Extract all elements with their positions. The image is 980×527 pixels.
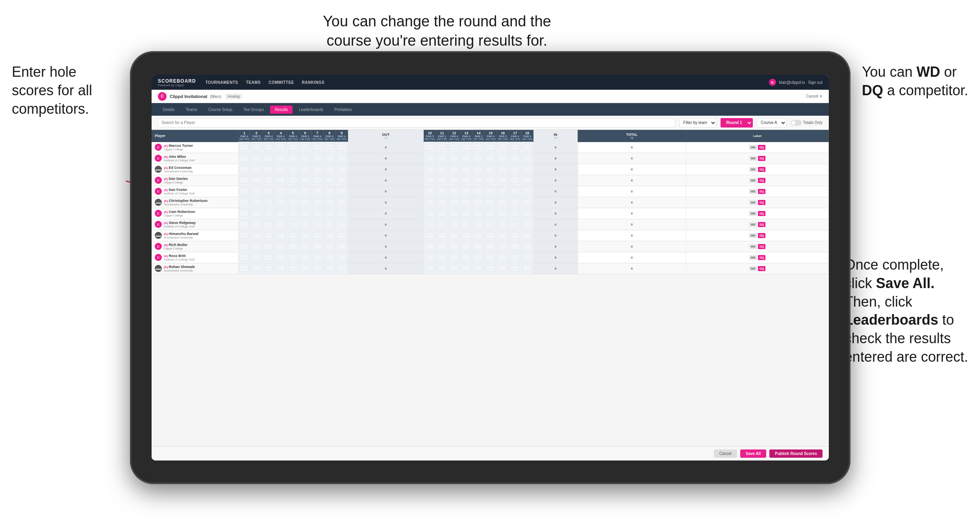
hole-4-input[interactable] [276, 243, 285, 250]
team-filter-select[interactable]: Filter by team [679, 118, 717, 128]
hole-9-score[interactable] [335, 175, 348, 186]
hole-3-score[interactable] [263, 208, 275, 219]
hole-8-input[interactable] [325, 188, 334, 195]
hole-5-score[interactable] [287, 197, 299, 208]
hole-7-score[interactable] [311, 252, 323, 263]
hole-7-score[interactable] [311, 164, 323, 175]
hole-15-score[interactable] [485, 252, 497, 263]
hole-15-input[interactable] [486, 166, 495, 173]
hole-18-score[interactable] [521, 175, 534, 186]
hole-16-input[interactable] [498, 188, 508, 195]
hole-6-input[interactable] [300, 166, 310, 173]
hole-16-score[interactable] [497, 142, 509, 153]
hole-17-input[interactable] [510, 210, 520, 217]
hole-14-input[interactable] [474, 177, 483, 184]
hole-11-score[interactable] [436, 219, 448, 230]
hole-4-score[interactable] [275, 219, 287, 230]
hole-9-input[interactable] [337, 221, 346, 228]
hole-4-score[interactable] [275, 142, 287, 153]
hole-4-score[interactable] [275, 175, 287, 186]
hole-8-score[interactable] [323, 230, 335, 241]
hole-14-score[interactable] [472, 263, 485, 274]
tab-teams[interactable]: Teams [181, 105, 202, 114]
hole-15-input[interactable] [486, 177, 495, 184]
hole-12-input[interactable] [450, 265, 459, 272]
hole-3-score[interactable] [263, 186, 275, 197]
hole-11-input[interactable] [437, 210, 447, 217]
hole-5-input[interactable] [288, 254, 298, 261]
hole-10-input[interactable] [425, 166, 435, 173]
hole-16-input[interactable] [498, 210, 508, 217]
hole-12-score[interactable] [448, 230, 460, 241]
hole-8-score[interactable] [323, 252, 335, 263]
hole-5-score[interactable] [287, 164, 299, 175]
hole-13-score[interactable] [460, 241, 472, 252]
hole-16-input[interactable] [498, 166, 508, 173]
hole-13-input[interactable] [462, 155, 471, 162]
hole-3-input[interactable] [264, 243, 273, 250]
hole-14-input[interactable] [474, 199, 483, 206]
hole-7-input[interactable] [313, 210, 322, 217]
hole-15-score[interactable] [485, 153, 497, 164]
hole-17-input[interactable] [510, 155, 520, 162]
hole-2-input[interactable] [252, 243, 261, 250]
hole-13-score[interactable] [460, 263, 472, 274]
hole-4-score[interactable] [275, 164, 287, 175]
hole-2-score[interactable] [250, 197, 263, 208]
hole-13-input[interactable] [462, 166, 471, 173]
hole-1-input[interactable] [239, 155, 249, 162]
hole-12-input[interactable] [450, 254, 459, 261]
hole-6-input[interactable] [300, 177, 310, 184]
hole-16-score[interactable] [497, 241, 509, 252]
hole-14-score[interactable] [472, 230, 485, 241]
hole-1-score[interactable] [238, 164, 250, 175]
hole-6-score[interactable] [299, 164, 311, 175]
hole-16-input[interactable] [498, 177, 508, 184]
hole-18-score[interactable] [521, 186, 534, 197]
hole-2-score[interactable] [250, 208, 263, 219]
hole-5-score[interactable] [287, 241, 299, 252]
hole-15-score[interactable] [485, 197, 497, 208]
hole-10-score[interactable] [424, 186, 436, 197]
hole-7-score[interactable] [311, 175, 323, 186]
hole-17-score[interactable] [509, 153, 521, 164]
hole-13-score[interactable] [460, 252, 472, 263]
hole-13-score[interactable] [460, 230, 472, 241]
hole-10-input[interactable] [425, 177, 435, 184]
hole-18-input[interactable] [522, 144, 532, 151]
hole-1-input[interactable] [239, 177, 249, 184]
hole-4-input[interactable] [276, 221, 285, 228]
hole-11-score[interactable] [436, 252, 448, 263]
hole-17-input[interactable] [510, 243, 520, 250]
hole-6-score[interactable] [299, 197, 311, 208]
hole-8-score[interactable] [323, 208, 335, 219]
hole-7-input[interactable] [313, 199, 322, 206]
hole-2-input[interactable] [252, 166, 261, 173]
hole-1-score[interactable] [238, 219, 250, 230]
hole-17-score[interactable] [509, 219, 521, 230]
hole-14-score[interactable] [472, 175, 485, 186]
wd-button[interactable]: WD [749, 255, 757, 260]
hole-8-score[interactable] [323, 175, 335, 186]
hole-17-input[interactable] [510, 144, 520, 151]
wd-button[interactable]: WD [749, 167, 757, 172]
hole-14-score[interactable] [472, 142, 485, 153]
hole-10-score[interactable] [424, 241, 436, 252]
hole-9-score[interactable] [335, 263, 348, 274]
hole-6-score[interactable] [299, 186, 311, 197]
hole-9-score[interactable] [335, 252, 348, 263]
hole-8-input[interactable] [325, 243, 334, 250]
hole-2-input[interactable] [252, 199, 261, 206]
hole-9-input[interactable] [337, 232, 346, 239]
hole-9-score[interactable] [335, 142, 348, 153]
hole-4-input[interactable] [276, 199, 285, 206]
hole-12-score[interactable] [448, 241, 460, 252]
dq-button[interactable]: DQ [758, 255, 765, 260]
hole-1-input[interactable] [239, 188, 249, 195]
dq-button[interactable]: DQ [758, 200, 765, 205]
hole-6-input[interactable] [300, 265, 310, 272]
hole-14-input[interactable] [474, 254, 483, 261]
tab-leaderboards[interactable]: Leaderboards [294, 105, 328, 114]
hole-5-score[interactable] [287, 252, 299, 263]
hole-4-input[interactable] [276, 210, 285, 217]
